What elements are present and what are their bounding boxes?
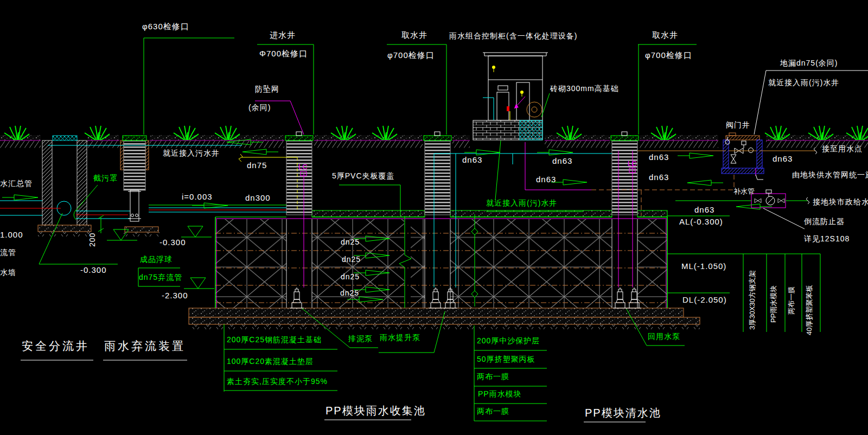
vlabel-steel-bracket: 3厚30X30方钢支架 bbox=[749, 270, 757, 330]
inlet-well-riser bbox=[285, 132, 313, 215]
label-level-al: AL(-0.300) bbox=[679, 217, 723, 226]
label-dn63-2: dn63 bbox=[552, 156, 572, 165]
label-backflow: 倒流防止器 bbox=[804, 217, 845, 226]
label-lc-gauge-2: LC bbox=[628, 160, 637, 168]
label-dim-200: 200 bbox=[88, 233, 97, 247]
intake-well-mid-riser bbox=[424, 132, 451, 215]
label-neg2300: -2.300 bbox=[162, 291, 188, 300]
label-floor-drain: 地漏dn75(余同) bbox=[780, 59, 838, 67]
valve-well bbox=[722, 133, 764, 180]
label-level-ml: ML(-1.050) bbox=[681, 261, 726, 271]
label-valve-well: 阀门井 bbox=[726, 120, 750, 129]
label-near-rain-right: 就近接入雨(污)水井 bbox=[768, 78, 839, 87]
label-brick-base: 砖砌300mm高基础 bbox=[550, 84, 619, 93]
foundation-slabs bbox=[189, 308, 700, 329]
label-dn63-1: dn63 bbox=[462, 155, 482, 164]
label-trash-cover: 截污罩 bbox=[93, 174, 118, 182]
label-dn25-4: dn25 bbox=[340, 289, 359, 297]
cad-linework bbox=[0, 0, 868, 435]
pp-module-tanks bbox=[215, 210, 667, 308]
control-cabinet bbox=[473, 53, 548, 140]
label-discard-pipe: dn75弃流管 bbox=[139, 273, 182, 282]
title-safety-well: 安全分流井 bbox=[22, 340, 90, 353]
label-cabinet: 雨水组合控制柜(含一体化处理设备) bbox=[449, 31, 577, 40]
label-anti-fall-note: (余同) bbox=[248, 103, 271, 112]
label-backflow-ref: 详见12S108 bbox=[804, 234, 850, 243]
label-dn300: dn300 bbox=[245, 193, 271, 202]
label-dn25-2: dn25 bbox=[342, 255, 361, 264]
label-dn63-7: dn63 bbox=[773, 154, 793, 163]
label-anti-fall-net: 防坠网 bbox=[255, 85, 279, 93]
label-main-collector: 水汇总管 bbox=[0, 179, 33, 188]
note-sand-layer: 200厚中沙保护层 bbox=[477, 336, 540, 345]
label-dn63-6: dn63 bbox=[694, 205, 714, 214]
title-collection-tank: PP模块雨水收集池 bbox=[326, 405, 426, 417]
note-geotextile-2: 两布一膜 bbox=[477, 407, 509, 415]
label-to-use-point: 接至用水点 bbox=[822, 144, 863, 153]
label-float-ball: 成品浮球 bbox=[140, 255, 173, 264]
title-discard-device: 雨水弃流装置 bbox=[104, 340, 186, 353]
label-level-dl: DL(-2.050) bbox=[682, 295, 727, 304]
label-dn75: dn75 bbox=[247, 161, 267, 170]
label-neg0300-a: -0.300 bbox=[80, 265, 107, 274]
label-pvc-cover: 5厚PVC夹板覆盖 bbox=[332, 171, 395, 180]
label-intake-manhole-mid: φ700检修口 bbox=[387, 50, 435, 60]
label-near-rain-mid: 就近接入雨(污)水井 bbox=[486, 199, 557, 207]
cad-drawing-canvas: φ630检修口 进水井 Φ700检修口 取水井 φ700检修口 雨水组合控制柜(… bbox=[0, 0, 868, 435]
note-soil: 素土夯实,压实度不小于95% bbox=[227, 377, 328, 386]
label-dn63-3: dn63 bbox=[536, 175, 556, 184]
label-lc-gauge-1: LC bbox=[298, 163, 308, 171]
label-intake-well-mid: 取水井 bbox=[401, 30, 427, 40]
discard-device-riser bbox=[120, 136, 159, 236]
title-clear-tank: PP模块清水池 bbox=[585, 407, 661, 419]
vlabel-pp-module: PP雨水模块 bbox=[770, 285, 778, 323]
label-intake-manhole-right: φ700检修口 bbox=[645, 50, 692, 60]
label-dn25-3: dn25 bbox=[341, 272, 360, 281]
label-slope: i=0.003 bbox=[182, 192, 213, 201]
label-inlet-manhole: Φ700检修口 bbox=[259, 49, 308, 58]
intake-well-right-riser bbox=[611, 132, 639, 215]
label-1000: 1.000 bbox=[0, 230, 23, 239]
note-c25-base: 200厚C25钢筋混凝土基础 bbox=[227, 335, 322, 344]
label-discard-frag: 流管 bbox=[0, 248, 16, 257]
note-c20-base: 100厚C20素混凝土垫层 bbox=[227, 357, 314, 366]
label-sludge-pump: 排泥泵 bbox=[348, 334, 373, 343]
note-geotextile-1: 两布一膜 bbox=[477, 372, 509, 381]
label-near-sewage: 就近接入污水井 bbox=[163, 149, 220, 157]
trash-cover-screen bbox=[74, 210, 76, 220]
label-inlet-well: 进水井 bbox=[270, 30, 296, 40]
label-dn63-4: dn63 bbox=[649, 152, 669, 162]
label-neg0300-b: -0.300 bbox=[159, 238, 186, 247]
vlabel-xps40: 40厚挤塑聚苯板 bbox=[806, 285, 814, 335]
label-lift-pump: 雨水提升泵 bbox=[380, 333, 420, 342]
label-dn63-5: dn63 bbox=[649, 172, 669, 182]
label-manhole630: φ630检修口 bbox=[142, 22, 189, 31]
label-wall-frag: 水墙 bbox=[0, 268, 16, 277]
label-reuse-pump: 回用水泵 bbox=[648, 332, 680, 341]
label-by-plot-network: 由地块供水管网统一施工 bbox=[792, 170, 868, 179]
label-municipal: 接地块市政给水管网 bbox=[813, 197, 868, 206]
label-makeup-pipe: 补水管 bbox=[733, 188, 755, 196]
label-dn25-1: dn25 bbox=[341, 238, 360, 246]
vlabel-geotextile: 两布一膜 bbox=[788, 286, 796, 315]
note-xps50: 50厚挤塑聚丙板 bbox=[477, 355, 535, 363]
label-intake-well-right: 取水井 bbox=[652, 30, 678, 40]
note-pp-module: PP雨水模块 bbox=[478, 389, 522, 398]
